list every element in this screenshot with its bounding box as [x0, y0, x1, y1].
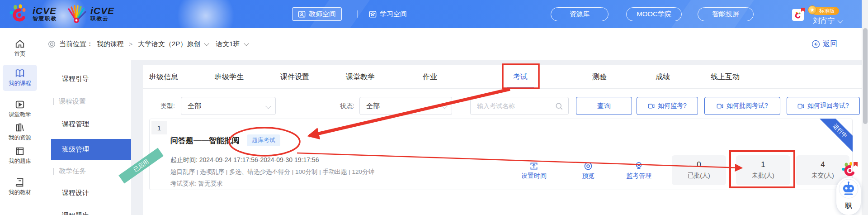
breadcrumb-course-select[interactable]: 大学语文（2P）原创 [138, 40, 200, 48]
search-icon[interactable] [555, 102, 564, 111]
notification-flag [801, 8, 805, 12]
exam-index: 1 [151, 121, 167, 134]
chevron-down-icon[interactable] [244, 41, 249, 46]
how-to-return-button[interactable]: 如何退回考试? [787, 97, 860, 115]
status-filter-select[interactable]: 全部 [359, 97, 452, 115]
sidebar-item-label: 我的题库 [3, 158, 37, 165]
icve-zhijiaoyun-logo[interactable]: iCVE 职教云 [65, 4, 114, 24]
stat-value: 0 [672, 160, 726, 169]
sidebar-item-my-courses[interactable]: 我的课程 [3, 65, 37, 91]
chevron-down-icon [442, 103, 448, 109]
back-button[interactable]: 返回 [811, 39, 837, 49]
sidebar-item-textbooks[interactable]: 我的教材 [3, 177, 37, 196]
breadcrumb-root[interactable]: 我的课程 [97, 40, 124, 48]
breadcrumb-class-select[interactable]: 语文1班 [216, 40, 240, 48]
main-panel: 班级信息 班级学生 课件设置 课堂教学 作业 考试 测验 成绩 线上互动 类型:… [143, 65, 862, 215]
video-icon [717, 103, 723, 110]
sidebar-item-label: 我的课程 [3, 80, 37, 87]
ungraded-stat[interactable]: 1 未批(人) [736, 155, 790, 185]
user-name: 刘宵宁 [813, 16, 835, 26]
menu-item-course-management[interactable]: 课程管理 [62, 120, 89, 129]
sidebar-item-label: 我的教材 [3, 189, 37, 196]
header-separator [357, 10, 358, 18]
home-icon [15, 39, 25, 49]
sidebar-item-label: 课堂教学 [3, 111, 37, 119]
space-tab-label: 学习空间 [380, 10, 407, 19]
scrollbar-thumb[interactable] [863, 28, 868, 124]
user-avatar[interactable] [792, 9, 804, 21]
sidebar-item-classroom[interactable]: 课堂教学 [3, 100, 37, 119]
section-bar [53, 168, 54, 175]
query-button-label: 查询 [597, 102, 611, 110]
tab-class-students[interactable]: 班级学生 [215, 72, 244, 82]
stat-label: 未批(人) [736, 172, 790, 180]
question-bank-icon [15, 146, 25, 156]
query-button[interactable]: 查询 [576, 97, 632, 115]
action-label: 预览 [569, 172, 607, 180]
logo-subtext: 职教云 [90, 15, 114, 22]
icve-zhihuizhijiao-logo[interactable]: iCVE 智慧职教 [9, 4, 57, 24]
breadcrumb-separator: ＞ [127, 40, 134, 48]
assistant-widget[interactable]: 职 [836, 177, 861, 215]
logo-text: iCVE [90, 6, 114, 15]
sidebar-item-home[interactable]: 首页 [3, 39, 37, 58]
tab-homework[interactable]: 作业 [423, 72, 437, 82]
proctor-management-action[interactable]: 监考管理 [620, 162, 658, 180]
exam-title-row: 问答题——智能批阅 题库考试 [170, 134, 280, 146]
tab-courseware[interactable]: 课件设置 [280, 72, 309, 82]
exam-search-input[interactable] [471, 97, 568, 115]
preview-action[interactable]: 预览 [569, 162, 607, 180]
menu-section-label: 教学任务 [59, 167, 86, 176]
mooc-academy-button[interactable]: MOOC学院 [626, 7, 682, 21]
menu-item-course-guide[interactable]: 课程引导 [62, 75, 89, 83]
active-tab-underline [507, 87, 534, 89]
preview-icon [584, 162, 593, 171]
set-time-action[interactable]: 设置时间 [515, 162, 553, 180]
logo-subtext: 智慧职教 [33, 15, 57, 22]
tab-exam[interactable]: 考试 [513, 72, 528, 82]
sidebar-item-label: 我的资源 [3, 134, 37, 142]
menu-item-course-design[interactable]: 课程设计 [62, 189, 89, 197]
pill-label: MOOC学院 [637, 10, 671, 19]
video-icon [797, 103, 804, 110]
sidebar-item-question-bank[interactable]: 我的题库 [3, 146, 37, 165]
pill-label: 智能投屏 [712, 10, 739, 19]
exam-title[interactable]: 问答题——智能批阅 [170, 135, 240, 146]
logo-text: iCVE [33, 6, 57, 15]
user-menu[interactable]: 刘宵宁 [813, 16, 842, 26]
icve-mini-logo[interactable] [841, 161, 858, 177]
menu-item-class-management[interactable]: 班级管理 [51, 139, 131, 160]
help-button-label: 如何批阅考试? [726, 102, 768, 110]
medal-icon: ★ [808, 5, 817, 14]
type-filter-select[interactable]: 全部 [181, 97, 276, 115]
scrollbar-track[interactable] [862, 0, 868, 215]
how-to-proctor-button[interactable]: 如何监考? [637, 97, 698, 115]
icve-peacock-icon [65, 4, 88, 24]
version-badge-label: 标准版 [819, 8, 835, 14]
learning-space-tab[interactable]: 学习空间 [363, 7, 412, 21]
tab-class-info[interactable]: 班级信息 [149, 72, 178, 82]
course-menu: 课程引导 课程设置 课程管理 班级管理 教学任务 课程设计 课程题库 [40, 60, 131, 215]
graded-stat[interactable]: 0 已批(人) [672, 155, 726, 185]
exam-type-badge: 题库考试 [247, 134, 280, 146]
student-icon [369, 10, 377, 18]
play-video-icon [15, 100, 25, 110]
chevron-down-icon [838, 18, 844, 24]
menu-item-course-question-bank[interactable]: 课程题库 [62, 211, 89, 215]
teacher-space-tab[interactable]: 教师空间 [292, 7, 342, 21]
tab-online-interaction[interactable]: 线上互动 [711, 72, 740, 82]
tab-quiz[interactable]: 测验 [592, 72, 607, 82]
sidebar-item-my-resources[interactable]: 我的资源 [3, 123, 37, 142]
chevron-down-icon [265, 103, 271, 109]
teacher-icon [298, 10, 306, 18]
robot-icon [839, 179, 859, 199]
smart-cast-button[interactable]: 智能投屏 [698, 7, 754, 21]
how-to-grade-button[interactable]: 如何批阅考试? [704, 97, 780, 115]
chevron-down-icon[interactable] [204, 41, 209, 46]
tab-grades[interactable]: 成绩 [656, 72, 670, 82]
tab-classroom[interactable]: 课堂教学 [346, 72, 375, 82]
menu-section-label: 课程设置 [59, 97, 86, 106]
breadcrumb: 当前位置： 我的课程 ＞ 大学语文（2P）原创 语文1班 [48, 40, 249, 48]
exam-search [470, 97, 569, 115]
resource-library-button[interactable]: 资源库 [551, 7, 609, 21]
